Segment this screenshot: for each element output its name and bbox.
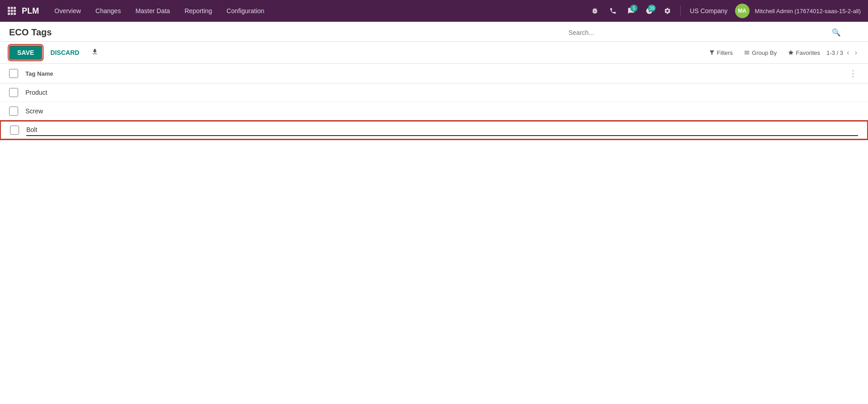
bug-icon[interactable] — [588, 4, 602, 18]
select-all-checkbox[interactable] — [9, 69, 18, 78]
svg-rect-4 — [11, 10, 13, 12]
svg-rect-7 — [11, 13, 13, 15]
discard-button[interactable]: DISCARD — [46, 46, 84, 59]
nav-changes[interactable]: Changes — [89, 5, 127, 17]
svg-rect-3 — [8, 10, 10, 12]
nav-reporting[interactable]: Reporting — [178, 5, 219, 17]
search-input[interactable] — [569, 29, 832, 36]
favorites-label: Favorites — [796, 49, 820, 56]
favorites-button[interactable]: Favorites — [783, 47, 824, 58]
clock-badge: 39 — [648, 5, 656, 12]
chat-icon[interactable]: 5 — [624, 4, 638, 18]
row-checkbox[interactable] — [9, 88, 18, 97]
row-text: Screw — [25, 107, 859, 115]
page-title: ECO Tags — [9, 27, 52, 38]
list-item[interactable]: Product — [0, 83, 868, 102]
brand-name[interactable]: PLM — [22, 6, 39, 16]
svg-rect-1 — [11, 7, 13, 9]
filters-button[interactable]: Filters — [704, 47, 737, 58]
phone-icon[interactable] — [606, 4, 620, 18]
prev-page-button[interactable]: ‹ — [845, 48, 851, 58]
clock-icon[interactable]: 39 — [642, 4, 657, 18]
list-item[interactable]: Screw — [0, 102, 868, 121]
chat-badge: 5 — [630, 5, 638, 12]
row-text: Product — [25, 89, 859, 96]
navbar: PLM Overview Changes Master Data Reporti… — [0, 0, 868, 22]
navbar-icons: 5 39 US Company MA Mitchell Admin (17674… — [588, 4, 863, 18]
group-by-label: Group By — [752, 49, 777, 56]
navbar-menu: Overview Changes Master Data Reporting C… — [48, 5, 586, 17]
pagination-text: 1-3 / 3 — [826, 49, 843, 56]
save-button[interactable]: SAVE — [9, 45, 42, 60]
nav-overview[interactable]: Overview — [48, 5, 87, 17]
svg-rect-6 — [8, 13, 10, 15]
list-more-button[interactable]: ⋮ — [847, 68, 859, 78]
svg-rect-8 — [14, 13, 16, 15]
list-item-editing[interactable] — [0, 121, 868, 140]
next-page-button[interactable]: › — [853, 48, 859, 58]
svg-rect-0 — [8, 7, 10, 9]
page-header: ECO Tags 🔍 — [0, 22, 868, 42]
list-header: Tag Name ⋮ — [0, 64, 868, 83]
group-by-button[interactable]: Group By — [739, 47, 781, 58]
pagination: 1-3 / 3 ‹ › — [826, 48, 859, 58]
apps-icon[interactable] — [5, 5, 18, 17]
tag-name-input[interactable] — [26, 124, 858, 136]
navbar-divider — [680, 5, 681, 16]
toolbar: SAVE DISCARD Filters Group By Favorites … — [0, 42, 868, 64]
company-name[interactable]: US Company — [686, 7, 731, 15]
column-tag-name: Tag Name — [25, 70, 847, 77]
user-avatar[interactable]: MA — [735, 4, 750, 18]
row-checkbox[interactable] — [9, 107, 18, 116]
nav-master-data[interactable]: Master Data — [129, 5, 176, 17]
settings-icon[interactable] — [660, 4, 675, 18]
search-icon[interactable]: 🔍 — [832, 28, 841, 37]
search-bar: 🔍 — [569, 28, 841, 37]
svg-rect-2 — [14, 7, 16, 9]
list-container: Tag Name ⋮ Product Screw — [0, 64, 868, 140]
filters-label: Filters — [717, 49, 733, 56]
user-name[interactable]: Mitchell Admin (17674012-saas-15-2-all) — [753, 8, 863, 15]
svg-rect-5 — [14, 10, 16, 12]
page-content: ECO Tags 🔍 SAVE DISCARD Filters Group By… — [0, 22, 868, 404]
toolbar-right: Filters Group By Favorites 1-3 / 3 ‹ › — [704, 47, 859, 58]
download-button[interactable] — [88, 46, 102, 59]
nav-configuration[interactable]: Configuration — [220, 5, 270, 17]
row-checkbox[interactable] — [10, 126, 19, 135]
